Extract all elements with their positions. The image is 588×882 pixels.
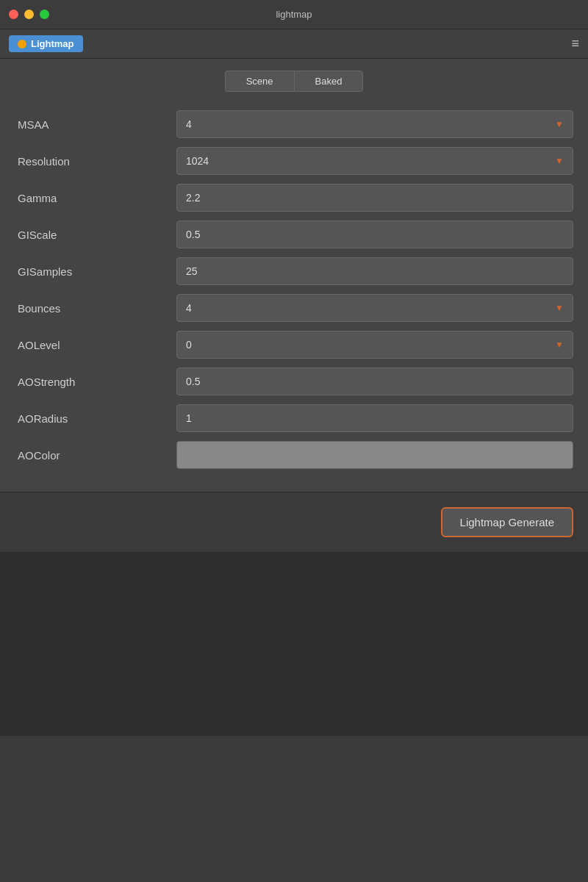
aocolor-label: AOColor bbox=[15, 449, 176, 462]
baked-tab[interactable]: Baked bbox=[294, 71, 364, 92]
resolution-dropdown[interactable]: 1024 ▼ bbox=[176, 147, 573, 175]
resolution-value: 1024 bbox=[186, 155, 209, 167]
gisamples-label: GISamples bbox=[15, 265, 176, 278]
close-button[interactable] bbox=[9, 10, 18, 19]
aolevel-dropdown-arrow: ▼ bbox=[555, 340, 564, 350]
minimize-button[interactable] bbox=[24, 10, 34, 19]
bounces-label: Bounces bbox=[15, 302, 176, 315]
gamma-input[interactable] bbox=[176, 184, 573, 212]
traffic-lights bbox=[9, 10, 49, 19]
gisamples-control bbox=[176, 257, 573, 285]
msaa-dropdown-arrow: ▼ bbox=[555, 119, 564, 129]
form-section: MSAA 4 ▼ Resolution 1024 ▼ Gamma bbox=[15, 104, 573, 492]
bounces-value: 4 bbox=[186, 302, 192, 314]
msaa-value: 4 bbox=[186, 118, 192, 130]
content-area: Scene Baked MSAA 4 ▼ Resolution 1024 ▼ bbox=[0, 59, 588, 492]
aolevel-value: 0 bbox=[186, 339, 192, 351]
giscale-label: GIScale bbox=[15, 229, 176, 241]
lower-area bbox=[0, 552, 588, 736]
aocolor-control bbox=[176, 441, 573, 469]
window-title: lightmap bbox=[276, 9, 312, 20]
gamma-row: Gamma bbox=[15, 183, 573, 212]
msaa-row: MSAA 4 ▼ bbox=[15, 110, 573, 139]
gisamples-input[interactable] bbox=[176, 257, 573, 285]
aolevel-control: 0 ▼ bbox=[176, 331, 573, 359]
bounces-row: Bounces 4 ▼ bbox=[15, 293, 573, 323]
resolution-row: Resolution 1024 ▼ bbox=[15, 146, 573, 176]
menu-icon[interactable]: ≡ bbox=[571, 36, 579, 51]
aolevel-row: AOLevel 0 ▼ bbox=[15, 330, 573, 359]
aoradius-input[interactable] bbox=[176, 404, 573, 432]
gisamples-row: GISamples bbox=[15, 257, 573, 286]
bounces-control: 4 ▼ bbox=[176, 294, 573, 322]
color-cursor bbox=[179, 442, 180, 468]
msaa-dropdown[interactable]: 4 ▼ bbox=[176, 110, 573, 138]
lightmap-generate-button[interactable]: Lightmap Generate bbox=[441, 507, 573, 537]
aostrength-input[interactable] bbox=[176, 368, 573, 395]
resolution-control: 1024 ▼ bbox=[176, 147, 573, 175]
giscale-input[interactable] bbox=[176, 220, 573, 248]
aoradius-label: AORadius bbox=[15, 412, 176, 425]
lightmap-tab-label: Lightmap bbox=[31, 38, 74, 49]
lightmap-tab-icon bbox=[18, 40, 26, 49]
aostrength-label: AOStrength bbox=[15, 376, 176, 388]
aolevel-dropdown[interactable]: 0 ▼ bbox=[176, 331, 573, 359]
panel-header: Lightmap ≡ bbox=[0, 29, 588, 59]
gamma-control bbox=[176, 184, 573, 212]
bottom-panel: Lightmap Generate bbox=[0, 492, 588, 552]
scene-tab[interactable]: Scene bbox=[225, 71, 294, 92]
aoradius-control bbox=[176, 404, 573, 432]
resolution-dropdown-arrow: ▼ bbox=[555, 156, 564, 166]
giscale-row: GIScale bbox=[15, 220, 573, 249]
aostrength-row: AOStrength bbox=[15, 367, 573, 396]
resolution-label: Resolution bbox=[15, 155, 176, 168]
maximize-button[interactable] bbox=[40, 10, 49, 19]
bounces-dropdown[interactable]: 4 ▼ bbox=[176, 294, 573, 322]
aoradius-row: AORadius bbox=[15, 404, 573, 433]
title-bar: lightmap bbox=[0, 0, 588, 29]
bounces-dropdown-arrow: ▼ bbox=[555, 303, 564, 313]
aocolor-picker[interactable] bbox=[176, 441, 573, 469]
gamma-label: Gamma bbox=[15, 192, 176, 204]
msaa-control: 4 ▼ bbox=[176, 110, 573, 138]
scene-baked-tabs: Scene Baked bbox=[15, 59, 573, 104]
aolevel-label: AOLevel bbox=[15, 339, 176, 351]
giscale-control bbox=[176, 220, 573, 248]
msaa-label: MSAA bbox=[15, 118, 176, 131]
aocolor-row: AOColor bbox=[15, 440, 573, 470]
aostrength-control bbox=[176, 368, 573, 395]
lightmap-tab[interactable]: Lightmap bbox=[9, 35, 83, 52]
